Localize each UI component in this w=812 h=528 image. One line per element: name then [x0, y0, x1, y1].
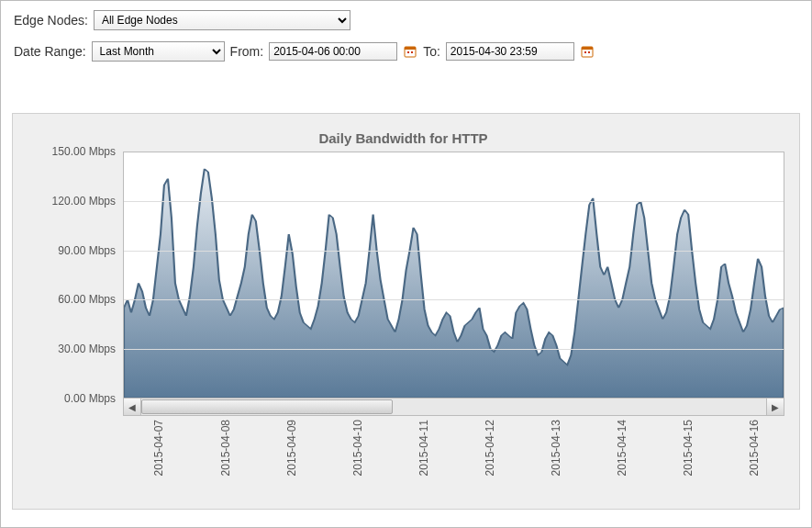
- x-axis-tick: 2015-04-10: [351, 420, 364, 476]
- chart-horizontal-scrollbar[interactable]: ◀ ▶: [123, 399, 784, 416]
- edge-nodes-row: Edge Nodes: All Edge Nodes: [14, 10, 798, 30]
- date-range-label: Date Range:: [14, 44, 86, 59]
- grid-line: [124, 201, 784, 202]
- x-axis-tick: 2015-04-08: [219, 420, 232, 476]
- x-axis-tick: 2015-04-07: [152, 420, 165, 476]
- x-axis: 2015-04-072015-04-082015-04-092015-04-10…: [123, 416, 784, 500]
- edge-nodes-select[interactable]: All Edge Nodes: [94, 10, 350, 30]
- page-container: { "filters": { "edge_label": "Edge Nodes…: [0, 0, 812, 528]
- calendar-icon[interactable]: [403, 44, 417, 59]
- calendar-icon[interactable]: [580, 44, 595, 59]
- svg-rect-2: [407, 51, 409, 53]
- y-axis-tick: 150.00 Mbps: [52, 145, 116, 158]
- y-axis-tick: 120.00 Mbps: [52, 195, 116, 208]
- chart-title: Daily Bandwidth for HTTP: [22, 130, 784, 146]
- svg-rect-5: [582, 47, 593, 50]
- edge-nodes-label: Edge Nodes:: [14, 13, 88, 28]
- to-date-input[interactable]: [446, 42, 574, 61]
- x-axis-tick: 2015-04-16: [748, 420, 761, 476]
- x-axis-tick: 2015-04-12: [484, 420, 496, 476]
- date-range-row: Date Range: Last Month From: To:: [14, 41, 798, 62]
- scroll-thumb[interactable]: [141, 399, 393, 414]
- svg-rect-3: [411, 51, 413, 53]
- svg-rect-7: [588, 51, 590, 53]
- y-axis-tick: 30.00 Mbps: [58, 343, 116, 355]
- x-axis-tick: 2015-04-14: [616, 420, 628, 476]
- scroll-right-arrow[interactable]: ▶: [766, 399, 784, 415]
- scroll-track[interactable]: [141, 399, 766, 415]
- from-label: From:: [230, 44, 264, 59]
- grid-line: [124, 299, 784, 300]
- x-axis-tick: 2015-04-09: [285, 420, 298, 476]
- grid-line: [124, 349, 784, 350]
- date-range-select[interactable]: Last Month: [92, 41, 225, 62]
- to-label: To:: [423, 44, 440, 59]
- from-date-input[interactable]: [269, 42, 397, 61]
- y-axis-tick: 0.00 Mbps: [64, 392, 116, 405]
- y-axis-tick: 90.00 Mbps: [58, 244, 116, 257]
- chart-panel: Daily Bandwidth for HTTP 0.00 Mbps30.00 …: [12, 113, 800, 510]
- x-axis-tick: 2015-04-11: [417, 420, 430, 476]
- area-chart-svg: [124, 152, 784, 398]
- y-axis-tick: 60.00 Mbps: [58, 293, 116, 306]
- svg-rect-1: [405, 47, 416, 50]
- x-axis-tick: 2015-04-15: [682, 420, 695, 476]
- plot-area[interactable]: [123, 152, 784, 399]
- y-axis: 0.00 Mbps30.00 Mbps60.00 Mbps90.00 Mbps1…: [22, 152, 123, 399]
- x-axis-tick: 2015-04-13: [550, 420, 562, 476]
- chart-body: 0.00 Mbps30.00 Mbps60.00 Mbps90.00 Mbps1…: [22, 152, 784, 500]
- scroll-left-arrow[interactable]: ◀: [124, 399, 141, 415]
- filters-section: Edge Nodes: All Edge Nodes Date Range: L…: [1, 1, 811, 87]
- grid-line: [124, 251, 784, 252]
- plot-row: 0.00 Mbps30.00 Mbps60.00 Mbps90.00 Mbps1…: [22, 152, 784, 399]
- svg-rect-6: [584, 51, 586, 53]
